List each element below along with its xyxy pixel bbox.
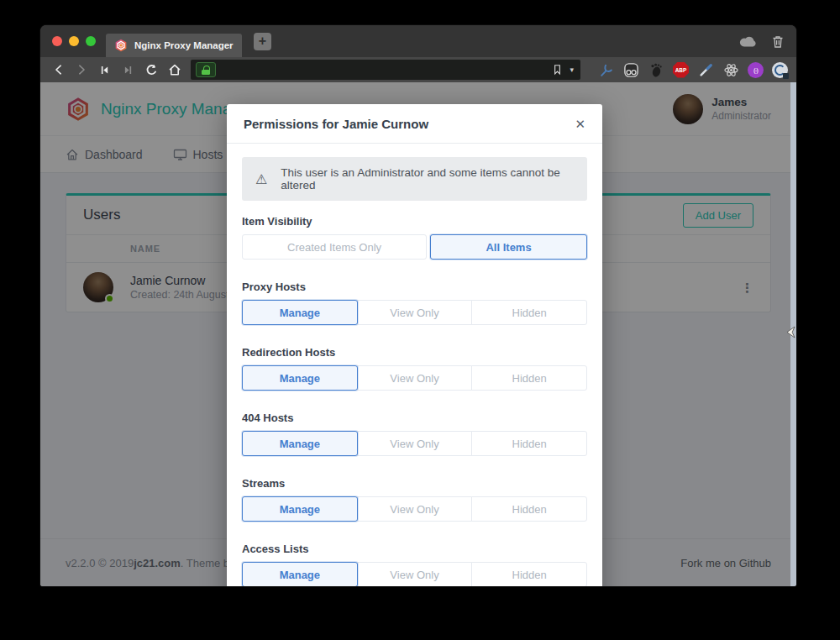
new-tab-button[interactable]: +	[254, 33, 271, 50]
warning-icon: ⚠	[255, 171, 267, 187]
permission-group: Proxy Hosts ManageView OnlyHidden	[242, 281, 587, 325]
proxy-hosts-manage-button[interactable]: Manage	[242, 300, 358, 325]
browser-tabbar: Nginx Proxy Manager +	[40, 25, 796, 57]
access-lists-hidden-button[interactable]: Hidden	[471, 562, 587, 586]
gauge-extension-icon[interactable]	[772, 62, 788, 78]
redirection-hosts-view-only-button[interactable]: View Only	[357, 365, 473, 391]
browser-tab[interactable]: Nginx Proxy Manager	[106, 34, 242, 57]
permission-group-options: ManageView OnlyHidden	[242, 365, 587, 391]
tab-title: Nginx Proxy Manager	[134, 40, 234, 50]
home-button[interactable]	[165, 60, 185, 80]
minimize-window-button[interactable]	[69, 36, 79, 46]
back-button[interactable]	[49, 60, 69, 80]
monkey-extension-icon[interactable]: (-)	[748, 62, 764, 78]
maximize-window-button[interactable]	[86, 36, 96, 46]
permission-group: 404 Hosts ManageView OnlyHidden	[242, 412, 587, 456]
item-visibility-label: Item Visibility	[242, 215, 587, 228]
streams-hidden-button[interactable]: Hidden	[471, 496, 587, 522]
404-hosts-hidden-button[interactable]: Hidden	[471, 431, 587, 456]
footprint-extension-icon[interactable]	[648, 61, 664, 78]
site-security-lock-icon[interactable]	[196, 62, 216, 77]
item-visibility-options: Created Items OnlyAll Items	[242, 234, 587, 260]
bookmark-dropdown-icon[interactable]: ▾	[570, 66, 574, 74]
goggles-extension-icon[interactable]	[622, 61, 639, 78]
bookmark-icon[interactable]	[552, 64, 563, 76]
proxy-hosts-view-only-button[interactable]: View Only	[357, 300, 473, 325]
page-viewport: Nginx Proxy Manager James Administrator …	[40, 82, 796, 586]
mouse-cursor	[786, 326, 795, 338]
redirection-hosts-manage-button[interactable]: Manage	[242, 365, 358, 391]
permission-group: Streams ManageView OnlyHidden	[242, 477, 587, 522]
fork-extension-icon[interactable]	[597, 61, 614, 78]
eyedropper-extension-icon[interactable]	[697, 61, 714, 78]
permission-group-label: Streams	[242, 477, 587, 490]
permission-group-label: Proxy Hosts	[242, 281, 587, 293]
window-controls	[52, 36, 96, 46]
atom-extension-icon[interactable]	[722, 61, 739, 78]
permission-group-label: Redirection Hosts	[242, 346, 587, 359]
adblock-plus-extension-icon[interactable]: ABP	[673, 62, 689, 78]
forward-button[interactable]	[72, 60, 92, 80]
access-lists-manage-button[interactable]: Manage	[242, 562, 358, 586]
404-hosts-view-only-button[interactable]: View Only	[357, 431, 473, 456]
browser-toolbar: ▾ ABP (-)	[40, 57, 796, 82]
extension-icons: ABP (-)	[597, 61, 788, 78]
permissions-modal: Permissions for Jamie Curnow ✕ ⚠ This us…	[227, 104, 602, 586]
visibility-all-items-button[interactable]: All Items	[430, 234, 587, 260]
refresh-button[interactable]	[141, 60, 161, 80]
permission-group-options: ManageView OnlyHidden	[242, 496, 587, 522]
skip-to-start-button[interactable]	[95, 60, 115, 80]
access-lists-view-only-button[interactable]: View Only	[357, 562, 473, 586]
alert-text: This user is an Administrator and some i…	[281, 166, 574, 191]
redirection-hosts-hidden-button[interactable]: Hidden	[471, 365, 587, 391]
permission-group-options: ManageView OnlyHidden	[242, 431, 587, 456]
streams-manage-button[interactable]: Manage	[242, 496, 358, 522]
permission-group-options: ManageView OnlyHidden	[242, 300, 587, 325]
address-bar[interactable]: ▾	[191, 60, 580, 80]
cloud-sync-icon[interactable]	[739, 35, 758, 47]
trash-icon[interactable]	[771, 34, 785, 49]
modal-close-button[interactable]: ✕	[575, 118, 585, 130]
permission-group-options: ManageView OnlyHidden	[242, 562, 587, 586]
visibility-created-items-only-button[interactable]: Created Items Only	[242, 234, 427, 260]
streams-view-only-button[interactable]: View Only	[357, 496, 473, 522]
modal-title: Permissions for Jamie Curnow	[244, 117, 428, 131]
permission-group-label: 404 Hosts	[242, 412, 587, 424]
permission-group: Access Lists ManageView OnlyHidden	[242, 543, 587, 586]
permission-groups: Proxy Hosts ManageView OnlyHidden Redire…	[242, 281, 587, 586]
close-window-button[interactable]	[52, 36, 62, 46]
permission-group-label: Access Lists	[242, 543, 587, 555]
permission-group: Redirection Hosts ManageView OnlyHidden	[242, 346, 587, 391]
404-hosts-manage-button[interactable]: Manage	[242, 431, 358, 456]
skip-to-end-button[interactable]	[118, 60, 139, 80]
proxy-hosts-hidden-button[interactable]: Hidden	[471, 300, 587, 325]
browser-window: Nginx Proxy Manager +	[40, 25, 796, 586]
administrator-warning-alert: ⚠ This user is an Administrator and some…	[242, 157, 587, 201]
tab-favicon	[114, 39, 128, 52]
